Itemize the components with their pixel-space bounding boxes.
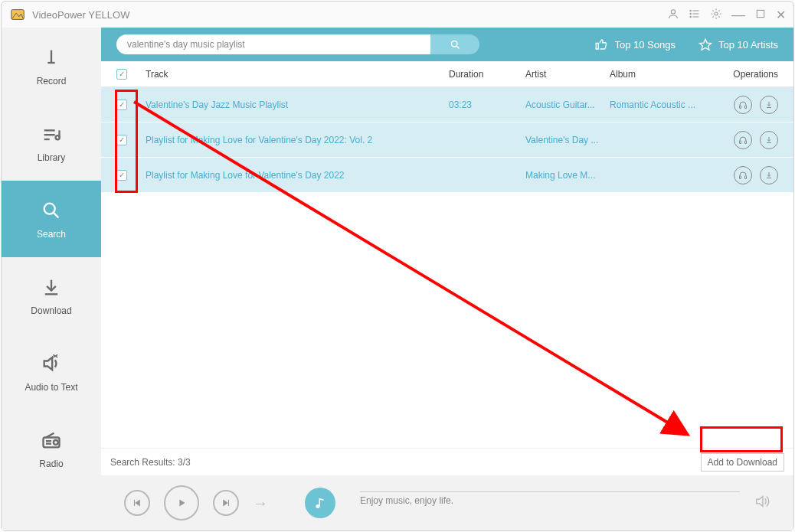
headphones-icon [738, 100, 748, 109]
svg-point-27 [451, 41, 457, 47]
top-songs-link[interactable]: Top 10 Songs [594, 38, 676, 51]
col-album[interactable]: Album [610, 69, 709, 80]
row-checkbox[interactable] [116, 170, 127, 181]
search-button[interactable] [430, 34, 479, 54]
sidebar-item-label: Search [37, 229, 66, 240]
microphone-icon [39, 45, 64, 70]
sidebar-item-label: Download [31, 305, 71, 316]
svg-point-6 [690, 13, 691, 14]
download-icon [39, 275, 64, 299]
svg-point-1 [671, 9, 675, 13]
add-to-download-button[interactable]: Add to Download [701, 453, 784, 472]
user-icon[interactable] [667, 8, 679, 22]
cell-artist[interactable]: Making Love M... [525, 170, 610, 181]
sidebar-item-label: Radio [39, 459, 63, 469]
playback-bar: → Enjoy music, enjoy life. [101, 475, 793, 530]
headphones-icon [738, 171, 748, 180]
search-ribbon: Top 10 Songs Top 10 Artists [101, 28, 793, 61]
svg-line-18 [54, 213, 58, 217]
download-small-icon [764, 135, 774, 145]
music-note-icon [313, 496, 327, 510]
prev-track-button[interactable] [124, 490, 150, 516]
play-button[interactable] [164, 485, 199, 521]
cell-artist[interactable]: Valentine's Day ... [525, 135, 610, 145]
svg-marker-45 [224, 500, 228, 506]
volume-icon [754, 493, 770, 510]
svg-point-8 [715, 12, 718, 15]
sidebar-item-label: Library [38, 152, 66, 163]
col-track[interactable]: Track [146, 69, 449, 80]
search-results-count: Search Results: 3/3 [110, 457, 191, 468]
svg-rect-39 [745, 176, 747, 179]
download-small-icon [764, 171, 774, 180]
preview-button[interactable] [734, 131, 752, 149]
results-table: Valentine's Day Jazz Music Playlist 03:2… [101, 87, 793, 193]
cell-album[interactable]: Romantic Acoustic ... [610, 100, 709, 110]
table-row[interactable]: Playlist for Making Love for Valentine's… [101, 122, 793, 158]
col-ops: Operations [709, 69, 778, 80]
thumbs-up-icon [594, 38, 608, 51]
gear-icon[interactable] [710, 8, 722, 22]
radio-icon [39, 428, 64, 452]
svg-point-23 [54, 440, 58, 445]
svg-marker-48 [757, 497, 763, 507]
preview-button[interactable] [734, 166, 752, 184]
sidebar: Record Library Search Download Audio to … [2, 28, 101, 530]
cell-duration: 03:23 [449, 100, 525, 110]
sidebar-item-label: Audio to Text [25, 382, 77, 393]
maximize-button[interactable] [754, 8, 767, 22]
sidebar-item-record[interactable]: Record [2, 28, 101, 104]
svg-marker-29 [699, 39, 711, 50]
sidebar-item-library[interactable]: Library [2, 104, 101, 181]
col-artist[interactable]: Artist [525, 69, 610, 80]
volume-button[interactable] [754, 493, 770, 513]
svg-rect-31 [745, 106, 747, 109]
list-icon[interactable] [689, 8, 701, 22]
svg-marker-42 [136, 500, 140, 506]
svg-rect-30 [740, 106, 741, 109]
svg-rect-22 [44, 438, 60, 448]
sidebar-item-search[interactable]: Search [2, 181, 101, 257]
top-artists-link[interactable]: Top 10 Artists [698, 38, 778, 51]
sidebar-item-radio[interactable]: Radio [2, 410, 101, 487]
table-row[interactable]: Playlist for Making Love for Valentine's… [101, 158, 793, 193]
download-row-button[interactable] [760, 96, 778, 114]
svg-rect-9 [757, 10, 764, 17]
select-all-checkbox[interactable] [116, 69, 127, 80]
cell-artist[interactable]: Acoustic Guitar... [525, 100, 610, 110]
svg-rect-34 [740, 141, 741, 144]
sidebar-item-download[interactable]: Download [2, 257, 101, 334]
row-checkbox[interactable] [116, 135, 127, 145]
cell-track[interactable]: Playlist for Making Love for Valentine's… [146, 135, 449, 145]
table-header: Track Duration Artist Album Operations [101, 61, 793, 87]
svg-point-5 [690, 10, 691, 11]
star-icon [698, 38, 712, 51]
table-row[interactable]: Valentine's Day Jazz Music Playlist 03:2… [101, 87, 793, 122]
preview-button[interactable] [734, 96, 752, 114]
svg-line-28 [456, 46, 459, 48]
minimize-button[interactable]: — [731, 7, 745, 23]
sidebar-item-audio-to-text[interactable]: Audio to Text [2, 334, 101, 410]
col-duration[interactable]: Duration [449, 69, 525, 80]
download-row-button[interactable] [760, 166, 778, 184]
repeat-mode-button[interactable]: → [253, 494, 268, 512]
svg-point-7 [690, 16, 691, 17]
close-button[interactable]: ✕ [776, 8, 786, 22]
svg-rect-38 [740, 176, 741, 179]
search-input[interactable] [116, 34, 430, 54]
row-checkbox[interactable] [116, 100, 127, 110]
top-artists-label: Top 10 Artists [718, 39, 778, 51]
svg-marker-44 [180, 500, 185, 506]
status-bar: Search Results: 3/3 Add to Download [101, 448, 793, 475]
download-row-button[interactable] [760, 131, 778, 149]
cell-track[interactable]: Playlist for Making Love for Valentine's… [146, 170, 449, 181]
sidebar-item-label: Record [37, 76, 67, 86]
app-logo [9, 6, 26, 23]
download-small-icon [764, 100, 774, 109]
music-note-button[interactable] [305, 488, 335, 518]
cell-track[interactable]: Valentine's Day Jazz Music Playlist [146, 100, 449, 110]
app-title: VideoPower YELLOW [32, 9, 667, 21]
speaker-icon [39, 351, 64, 376]
svg-point-17 [44, 204, 55, 214]
next-track-button[interactable] [213, 490, 239, 516]
